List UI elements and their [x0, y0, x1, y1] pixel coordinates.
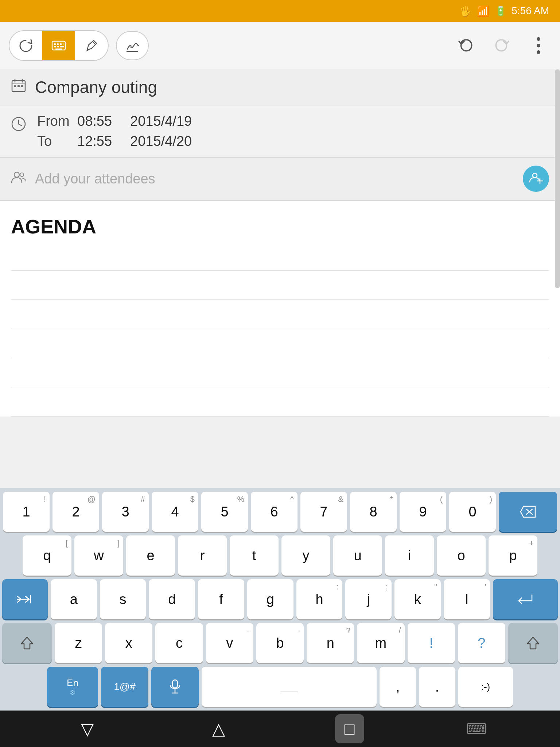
svg-rect-3 — [60, 43, 62, 45]
tab-key[interactable] — [2, 579, 48, 619]
key-p[interactable]: +p — [489, 535, 537, 576]
event-title-row[interactable]: Company outing — [0, 69, 560, 105]
symbols-key[interactable]: 1@# — [101, 667, 148, 707]
key-1[interactable]: !1 — [3, 492, 50, 532]
emoji-label: :-) — [481, 681, 490, 693]
backspace-key[interactable] — [499, 492, 557, 532]
toolbar-group — [9, 30, 109, 61]
key-2[interactable]: @2 — [52, 492, 99, 532]
recents-button[interactable]: □ — [335, 714, 364, 743]
more-button[interactable] — [526, 33, 551, 58]
key-t[interactable]: t — [230, 535, 279, 576]
hand-icon: 🖐 — [459, 5, 472, 17]
key-m[interactable]: /m — [357, 623, 404, 663]
space-key[interactable]: ___ — [202, 667, 377, 707]
key-exclaim[interactable]: ! — [408, 623, 455, 663]
agenda-line[interactable] — [11, 358, 549, 387]
home-button[interactable]: △ — [204, 714, 233, 743]
key-n[interactable]: ?n — [307, 623, 354, 663]
nav-bar: ▽ △ □ ⌨ — [0, 711, 560, 747]
key-question[interactable]: ? — [458, 623, 505, 663]
key-h[interactable]: :h — [296, 579, 343, 619]
number-row: !1 @2 #3 $4 %5 ^6 &7 *8 (9 )0 — [2, 492, 558, 532]
agenda-line[interactable] — [11, 271, 549, 300]
pen-button[interactable] — [75, 31, 108, 60]
svg-point-11 — [537, 44, 540, 47]
attendees-row[interactable]: Add your attendees — [0, 158, 560, 200]
key-f[interactable]: f — [198, 579, 244, 619]
key-j[interactable]: ;j — [345, 579, 392, 619]
symbols-label: 1@# — [114, 681, 136, 693]
key-9[interactable]: (9 — [400, 492, 446, 532]
attendees-icon — [11, 170, 26, 188]
redo-button[interactable] — [489, 33, 515, 58]
key-o[interactable]: o — [437, 535, 486, 576]
from-date[interactable]: 2015/4/19 — [130, 113, 192, 129]
key-8[interactable]: *8 — [350, 492, 397, 532]
language-key[interactable]: En ⚙ — [47, 667, 98, 707]
svg-rect-7 — [60, 46, 64, 47]
agenda-line[interactable] — [11, 387, 549, 417]
from-label: From — [37, 113, 66, 129]
svg-point-25 — [533, 173, 537, 178]
agenda-line[interactable] — [11, 300, 549, 329]
key-7[interactable]: &7 — [300, 492, 347, 532]
time-icon — [11, 116, 26, 135]
agenda-line[interactable] — [11, 241, 549, 271]
key-r[interactable]: r — [178, 535, 227, 576]
wifi-icon: 📶 — [477, 5, 490, 17]
to-time[interactable]: 12:55 — [77, 133, 112, 149]
svg-rect-5 — [54, 46, 56, 47]
key-k[interactable]: "k — [394, 579, 441, 619]
key-3[interactable]: #3 — [102, 492, 149, 532]
key-5[interactable]: %5 — [201, 492, 248, 532]
key-a[interactable]: a — [51, 579, 97, 619]
shift-left-key[interactable] — [2, 623, 52, 663]
key-l[interactable]: 'l — [444, 579, 490, 619]
from-time[interactable]: 08:55 — [77, 113, 112, 129]
key-s[interactable]: s — [100, 579, 146, 619]
enter-key[interactable] — [493, 579, 558, 619]
emoji-key[interactable]: :-) — [458, 667, 513, 707]
agenda-lines — [11, 241, 549, 417]
lasso-button[interactable] — [9, 31, 42, 60]
scrollbar[interactable] — [555, 69, 560, 288]
to-date[interactable]: 2015/4/20 — [130, 133, 192, 149]
key-c[interactable]: c — [155, 623, 203, 663]
key-x[interactable]: x — [105, 623, 152, 663]
key-z[interactable]: z — [55, 623, 102, 663]
keyboard-button[interactable] — [42, 31, 75, 60]
key-d[interactable]: d — [149, 579, 195, 619]
signature-button[interactable] — [116, 31, 149, 60]
agenda-area: AGENDA — [0, 201, 560, 417]
key-q[interactable]: [q — [23, 535, 71, 576]
key-w[interactable]: ]w — [74, 535, 123, 576]
event-title: Company outing — [35, 77, 157, 97]
toolbar-right — [453, 33, 551, 58]
time-grid: From 08:55 2015/4/19 To 12:55 2015/4/20 — [37, 113, 192, 149]
period-key[interactable]: . — [419, 667, 455, 707]
key-0[interactable]: )0 — [449, 492, 496, 532]
key-y[interactable]: y — [281, 535, 330, 576]
key-i[interactable]: i — [385, 535, 434, 576]
svg-rect-4 — [63, 43, 63, 45]
key-g[interactable]: g — [247, 579, 293, 619]
svg-rect-19 — [21, 85, 23, 87]
key-4[interactable]: $4 — [152, 492, 198, 532]
settings-indicator: ⚙ — [70, 689, 75, 697]
svg-point-12 — [537, 50, 540, 54]
comma-key[interactable]: , — [380, 667, 416, 707]
keyboard-nav-button[interactable]: ⌨ — [466, 720, 487, 737]
key-e[interactable]: e — [126, 535, 175, 576]
key-b[interactable]: -b — [256, 623, 304, 663]
agenda-line[interactable] — [11, 329, 549, 358]
key-u[interactable]: u — [333, 535, 382, 576]
key-v[interactable]: -v — [206, 623, 253, 663]
microphone-key[interactable] — [151, 667, 199, 707]
svg-line-22 — [19, 124, 22, 126]
undo-button[interactable] — [453, 33, 478, 58]
attendees-add-button[interactable] — [523, 166, 549, 192]
key-6[interactable]: ^6 — [251, 492, 298, 532]
shift-right-key[interactable] — [508, 623, 558, 663]
back-button[interactable]: ▽ — [73, 714, 102, 743]
